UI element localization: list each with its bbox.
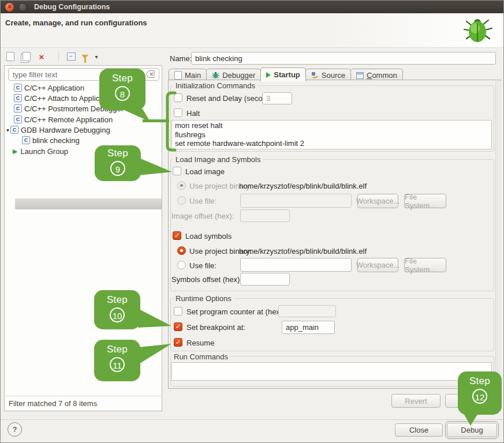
set-breakpoint-input[interactable] — [282, 321, 335, 334]
name-label: Name: — [170, 54, 192, 63]
name-input[interactable] — [191, 52, 496, 65]
halt-checkbox[interactable] — [174, 108, 182, 117]
step-badge-number: 10 — [110, 307, 125, 322]
symbols-offset-label: Symbols offset (hex): — [171, 275, 242, 284]
set-breakpoint-label: Set breakpoint at: — [186, 323, 245, 332]
tree-item-cpp-application[interactable]: C C/C++ Application — [14, 82, 84, 93]
tree-item-launch-group[interactable]: ▶ Launch Group — [13, 146, 68, 156]
image-use-project-binary-radio[interactable] — [177, 181, 186, 190]
tree-item-label: C/C++ Remote Application — [24, 115, 113, 124]
collapse-all-button[interactable]: − — [66, 51, 76, 62]
symbols-offset-input[interactable] — [240, 273, 290, 286]
main-tab-icon — [174, 71, 182, 80]
step-badge-number: 8 — [115, 86, 130, 101]
c-application-icon: C — [14, 84, 22, 92]
step-badge-label: Step — [94, 340, 140, 355]
step-badge-label: Step — [94, 290, 140, 306]
filter-status-text: Filter matched 7 of 8 items — [9, 399, 97, 408]
debug-bug-image — [460, 16, 495, 46]
tree-item-label: GDB Hardware Debugging — [21, 126, 110, 134]
window-minimize-button[interactable] — [18, 3, 27, 12]
load-image-checkbox[interactable] — [173, 167, 181, 175]
scrollbar-track[interactable] — [495, 81, 501, 388]
step-9-badge: Step 9 — [95, 145, 141, 181]
close-button[interactable]: Close — [395, 423, 443, 437]
delete-icon: × — [39, 52, 44, 62]
new-configuration-icon — [6, 52, 14, 61]
step-badge-number: 9 — [110, 161, 125, 176]
image-offset-input[interactable] — [240, 209, 290, 222]
runtime-options-label: Runtime Options — [173, 294, 234, 303]
tree-selection-highlight — [15, 198, 162, 209]
run-commands-textarea[interactable] — [171, 362, 492, 381]
load-symbols-checkbox[interactable] — [173, 231, 181, 240]
debugger-bug-icon — [212, 72, 219, 79]
filter-menu-button[interactable]: ▾ — [92, 51, 100, 62]
load-image-label: Load image — [185, 167, 225, 176]
tab-startup[interactable]: Startup — [260, 67, 306, 81]
filter-button[interactable] — [80, 51, 90, 62]
load-symbols-label: Load symbols — [185, 232, 232, 241]
c-application-icon: C — [14, 94, 22, 102]
debug-configurations-dialog: × Debug Configurations Create, manage, a… — [0, 0, 504, 443]
symbols-file-system-button[interactable]: File System... — [404, 258, 446, 272]
tree-item-label: blink checking — [32, 136, 80, 145]
symbols-workspace-button[interactable]: Workspace... — [357, 258, 398, 272]
help-icon: ? — [13, 425, 17, 434]
run-commands-label: Run Commands — [171, 352, 230, 361]
banner: Create, manage, and run configurations — [1, 13, 503, 48]
step-10-badge: Step 10 — [94, 290, 140, 329]
step-12-badge: Step 12 — [458, 371, 502, 415]
symbols-use-file-radio[interactable] — [177, 261, 186, 269]
init-commands-textarea[interactable]: mon reset halt flushregs set remote hard… — [171, 120, 492, 149]
help-button[interactable]: ? — [8, 422, 22, 437]
image-file-input[interactable] — [240, 194, 352, 208]
symbols-project-binary-path: home/krzysztof/esp/blink/build/blink.elf — [239, 247, 367, 256]
chevron-down-icon: ▾ — [95, 54, 98, 60]
set-pc-label: Set program counter at (hex): — [186, 307, 285, 316]
resume-label: Resume — [186, 339, 214, 347]
set-breakpoint-checkbox[interactable] — [174, 322, 182, 331]
image-file-system-button[interactable]: File System... — [404, 194, 446, 208]
duplicate-icon — [23, 52, 31, 61]
tree-item-gdb-hardware[interactable]: ▾ C GDB Hardware Debugging — [6, 125, 110, 135]
debug-button[interactable]: Debug — [447, 423, 497, 437]
clear-filter-icon[interactable] — [146, 70, 155, 78]
set-pc-input[interactable] — [278, 305, 336, 317]
set-pc-checkbox[interactable] — [174, 307, 182, 316]
image-use-file-label: Use file: — [189, 197, 216, 205]
banner-subtitle: Create, manage, and run configurations — [5, 18, 147, 27]
tree-item-label: C/C++ Application — [24, 84, 84, 92]
step-badge-number: 12 — [472, 389, 487, 404]
common-tab-icon — [356, 72, 364, 79]
tab-startup-label: Startup — [274, 70, 300, 79]
c-application-icon: C — [14, 115, 22, 123]
duplicate-configuration-button[interactable] — [21, 51, 32, 62]
tree-item-cpp-remote[interactable]: C C/C++ Remote Application — [14, 114, 113, 125]
tree-expand-icon[interactable]: ▾ — [6, 127, 9, 133]
c-application-icon: C — [22, 136, 30, 144]
step-badge-label: Step — [95, 145, 141, 159]
new-configuration-button[interactable] — [5, 51, 16, 62]
reset-delay-input[interactable] — [262, 92, 292, 104]
image-workspace-button[interactable]: Workspace... — [357, 194, 398, 208]
image-project-binary-path: home/krzysztof/esp/blink/build/blink.elf — [239, 182, 367, 190]
step-badge-label: Step — [458, 371, 502, 387]
image-use-file-radio[interactable] — [177, 196, 186, 205]
load-image-symbols-label: Load Image and Symbols — [173, 155, 263, 164]
step-badge-label: Step — [99, 69, 145, 84]
toolbar-separator — [58, 51, 59, 62]
symbols-file-input[interactable] — [240, 258, 352, 272]
collapse-all-icon: − — [67, 52, 76, 61]
symbols-use-project-binary-radio[interactable] — [177, 246, 186, 255]
delete-configuration-button[interactable]: × — [36, 51, 47, 62]
tree-item-blink-checking[interactable]: C blink checking — [22, 135, 80, 145]
image-offset-label: Image offset (hex): — [171, 212, 234, 220]
resume-checkbox[interactable] — [174, 338, 182, 347]
filter-icon — [81, 55, 88, 59]
reset-delay-checkbox[interactable] — [174, 93, 182, 102]
close-icon: × — [8, 4, 12, 10]
tab-source-label: Source — [322, 71, 345, 80]
window-close-button[interactable]: × — [5, 3, 14, 12]
revert-button[interactable]: Revert — [391, 394, 440, 408]
